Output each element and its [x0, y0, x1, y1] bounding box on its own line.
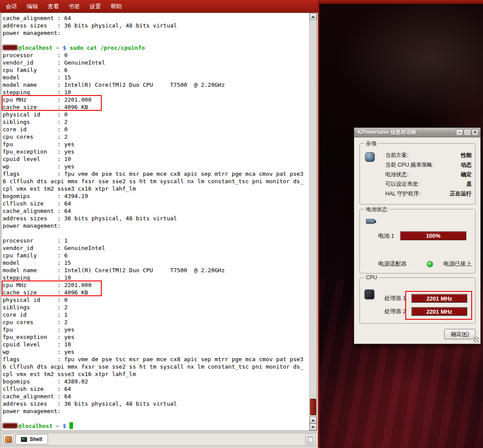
session-list-icon: [308, 436, 313, 442]
group-misc: 杂项 当前方案:性能当前 CPU 频率策略:动态电池状态:确定可以设定亮度:是H…: [359, 143, 476, 205]
terminal-line: fpu_exception : yes: [3, 148, 309, 155]
cpu-row-label: 处理器 2: [384, 308, 408, 315]
terminal-line: model : 15: [3, 259, 309, 267]
cpu-row: 处理器 22201 MHz: [384, 305, 469, 318]
terminal-line: vendor_id : GenuineIntel: [3, 244, 309, 252]
terminal-body: cache_alignment : 64address sizes : 36 b…: [1, 13, 317, 431]
terminal-output[interactable]: cache_alignment : 64address sizes : 36 b…: [1, 13, 309, 431]
terminal-line: @localhost ~ $ sudo cat /proc/cpuinfo: [3, 44, 309, 51]
battery-progressbar: 100%: [400, 231, 466, 240]
row-label: 可以设定亮度:: [385, 181, 419, 188]
menu-item-bookmarks[interactable]: 书签: [64, 1, 85, 12]
dialog-titlebar[interactable]: KPowersave 信息对话框 – □ ✕: [354, 128, 480, 137]
arrow-up-icon: [311, 419, 315, 421]
terminal-line: physical id : 0: [3, 296, 309, 304]
battery-percent: 100%: [426, 233, 440, 239]
group-cpu: CPU 处理器 12201 MHz处理器 22201 MHz: [359, 277, 476, 324]
command-text: sudo cat /proc/cpuinfo: [69, 44, 145, 51]
terminal-line: cpu cores : 2: [3, 133, 309, 140]
terminal-line: [3, 37, 309, 44]
row-value: 动态: [461, 161, 472, 169]
new-session-button[interactable]: [3, 434, 14, 445]
battery-row: 电池 1 100%: [378, 231, 466, 240]
scrollbar-thumb[interactable]: [310, 399, 316, 415]
terminal-line: cpu MHz : 2201.000: [3, 96, 309, 103]
terminal-line: [3, 229, 309, 237]
misc-row: 当前 CPU 频率策略:动态: [385, 160, 472, 170]
terminal-line: address sizes : 36 bits physical, 48 bit…: [3, 400, 309, 407]
session-tabbar: Shell: [1, 433, 318, 446]
window-buttons: – □ ✕: [456, 129, 479, 136]
terminal-scrollbar[interactable]: [309, 13, 317, 431]
terminal-line: stepping : 10: [3, 274, 309, 281]
group-legend: CPU: [364, 274, 379, 280]
scroll-up-button-bottom[interactable]: [310, 417, 317, 424]
resize-grip[interactable]: [473, 337, 479, 342]
group-legend: 杂项: [364, 140, 378, 147]
terminal-line: cpu cores : 2: [3, 318, 309, 326]
battery-icon: [366, 219, 375, 224]
terminal-cursor: [69, 422, 73, 429]
terminal-line: siblings : 2: [3, 118, 309, 126]
terminal-line: vendor_id : GenuineIntel: [3, 59, 309, 66]
cpu-row: 处理器 12201 MHz: [384, 292, 469, 305]
new-session-icon: [5, 436, 12, 443]
terminal-line: model name : Intel(R) Core(TM)2 Duo CPU …: [3, 81, 309, 89]
cpu-row-label: 处理器 1: [384, 294, 408, 302]
menu-item-edit[interactable]: 编辑: [22, 1, 43, 12]
row-value: 是: [466, 181, 472, 188]
terminal-line: model : 15: [3, 74, 309, 81]
battery-label: 电池 1: [378, 232, 397, 240]
terminal-line: @localhost ~ $: [3, 422, 309, 430]
maximize-button[interactable]: □: [464, 129, 471, 136]
session-list-button[interactable]: [305, 434, 316, 445]
terminal-line: model name : Intel(R) Core(TM)2 Duo CPU …: [3, 267, 309, 274]
menu-item-settings[interactable]: 设置: [85, 1, 106, 12]
kpowersave-dialog: KPowersave 信息对话框 – □ ✕ 杂项 当前方案:性能当前 CPU …: [354, 127, 481, 344]
adapter-label: 电源适配器: [378, 260, 417, 268]
arrow-up-icon: [311, 16, 315, 18]
prompt-symbol: $: [63, 44, 70, 51]
terminal-line: core id : 1: [3, 311, 309, 318]
terminal-line: cpuid level : 10: [3, 341, 309, 348]
tab-shell[interactable]: Shell: [15, 434, 48, 445]
prompt-host: @localhost ~: [18, 423, 63, 429]
terminal-line: fpu : yes: [3, 326, 309, 333]
terminal-line: 6 clflush dts acpi mmx fxsr sse sse2 ss …: [3, 178, 309, 185]
terminal-line: cpu family : 6: [3, 66, 309, 74]
close-button[interactable]: ✕: [472, 129, 479, 136]
dialog-body: 杂项 当前方案:性能当前 CPU 频率策略:动态电池状态:确定可以设定亮度:是H…: [354, 138, 480, 344]
row-value: 确定: [461, 171, 472, 178]
group-battery: 电池状态: 电池 1 100% 电源适配器 电源已接上: [359, 209, 476, 274]
minimize-button[interactable]: –: [456, 129, 463, 136]
terminal-lines: cache_alignment : 64address sizes : 36 b…: [3, 14, 309, 430]
scroll-up-button[interactable]: [310, 13, 317, 20]
terminal-line: cpuid level : 10: [3, 155, 309, 163]
misc-rows: 当前方案:性能当前 CPU 频率策略:动态电池状态:确定可以设定亮度:是HAL …: [385, 150, 472, 198]
terminal-line: cache size : 4096 KB: [3, 289, 309, 296]
prompt-host: @localhost ~: [18, 44, 63, 51]
terminal-line: wp : yes: [3, 348, 309, 356]
menu-item-view[interactable]: 查看: [43, 1, 64, 12]
arrow-down-icon: [311, 426, 315, 428]
terminal-line: flags : fpu vme de pse tsc msr pae mce c…: [3, 356, 309, 363]
menu-item-session[interactable]: 会话: [1, 1, 22, 12]
terminal-window: 会话编辑查看书签设置帮助 cache_alignment : 64address…: [0, 0, 319, 448]
terminal-line: [3, 415, 309, 422]
terminal-line: 6 clflush dts acpi mmx fxsr sse sse2 ss …: [3, 363, 309, 370]
terminal-line: stepping : 10: [3, 89, 309, 96]
row-label: 电池状态:: [385, 171, 408, 178]
terminal-line: power management:: [3, 29, 309, 37]
scroll-down-button[interactable]: [310, 424, 317, 431]
misc-row: 可以设定亮度:是: [385, 179, 472, 189]
terminal-line: fpu : yes: [3, 140, 309, 148]
prompt-symbol: $: [63, 423, 70, 429]
ok-button[interactable]: 确定(K): [444, 329, 476, 339]
terminal-line: power management:: [3, 407, 309, 415]
menu-item-help[interactable]: 帮助: [106, 1, 127, 12]
terminal-line: core id : 0: [3, 126, 309, 133]
misc-row: 当前方案:性能: [385, 150, 472, 160]
cpu-icon: [365, 290, 374, 299]
terminal-line: cache_alignment : 64: [3, 207, 309, 215]
terminal-line: cpu MHz : 2201.000: [3, 281, 309, 289]
